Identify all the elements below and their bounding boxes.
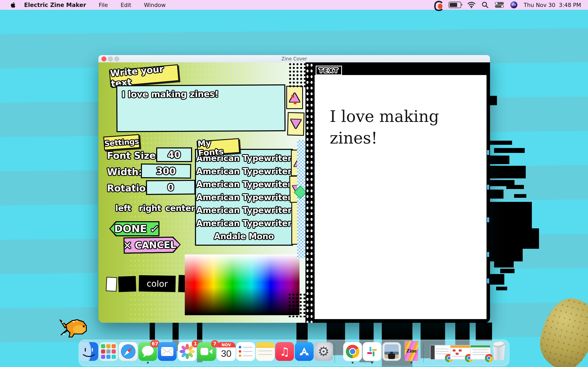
cancel-button[interactable]: ✕ CANCEL bbox=[123, 236, 181, 254]
font-list-item[interactable]: American Typewriter bbox=[196, 218, 292, 228]
zine-maker-status-icon[interactable] bbox=[434, 1, 442, 9]
dither-checker-pattern bbox=[297, 140, 306, 258]
window-content: Write your text I love making zines! Set… bbox=[98, 62, 490, 323]
align-left-button[interactable]: left bbox=[115, 203, 131, 213]
text-scroll-up-button[interactable] bbox=[286, 86, 303, 109]
window-title-bar[interactable]: Zine Cover bbox=[98, 55, 490, 62]
thumb-cell bbox=[453, 350, 456, 351]
width-input[interactable]: 300 bbox=[141, 164, 191, 179]
text-scroll-down-button[interactable] bbox=[287, 112, 305, 136]
dock-calendar-icon[interactable]: NOV 30 bbox=[217, 342, 236, 361]
rotation-value[interactable]: 0 bbox=[167, 182, 174, 193]
running-indicator bbox=[352, 362, 354, 364]
text-input-value[interactable]: I love making zines! bbox=[122, 89, 219, 100]
dock-art-app-icon[interactable] bbox=[382, 342, 401, 361]
launchpad-tile bbox=[106, 355, 111, 359]
blue-pixel bbox=[487, 217, 489, 222]
minimized-window-sheets[interactable] bbox=[450, 345, 471, 360]
minimized-window-docs[interactable] bbox=[430, 345, 450, 360]
color-button[interactable]: color bbox=[139, 275, 176, 292]
menu-clock[interactable]: Thu Nov 30 3:48 PM bbox=[524, 2, 581, 8]
preview-text-line1: I love making bbox=[330, 106, 439, 127]
blue-pixel bbox=[487, 185, 489, 190]
font-list: American Typewriter American Typewriter … bbox=[195, 149, 293, 246]
thumb-line bbox=[436, 349, 449, 349]
dock-chrome-icon[interactable] bbox=[343, 342, 362, 361]
siri-icon[interactable] bbox=[510, 1, 518, 8]
dock-appstore-icon[interactable] bbox=[295, 342, 314, 361]
dock-zine-maker-icon[interactable]: Zine bbox=[405, 341, 418, 361]
color-swatch-white[interactable] bbox=[106, 277, 117, 292]
font-list-item[interactable]: American Typewriter bbox=[196, 206, 292, 215]
dock-safari-icon[interactable] bbox=[119, 342, 138, 361]
preview-text: I love making zines! bbox=[330, 106, 439, 149]
zine-dot-icon bbox=[438, 4, 442, 9]
align-right-button[interactable]: right bbox=[139, 203, 161, 213]
menu-edit[interactable]: Edit bbox=[121, 2, 131, 8]
cancel-button-face: ✕ CANCEL bbox=[124, 238, 180, 253]
done-button-face: DONE ✓ bbox=[110, 222, 158, 235]
desktop: Electric Zine Maker File Edit Window bbox=[0, 0, 588, 367]
font-list-item[interactable]: American Typewriter bbox=[196, 180, 292, 189]
done-button[interactable]: DONE ✓ bbox=[109, 221, 159, 236]
color-picker-gradient[interactable] bbox=[185, 254, 300, 315]
launchpad-tile bbox=[101, 350, 105, 354]
menu-app-name[interactable]: Electric Zine Maker bbox=[24, 2, 86, 8]
dock-messages-icon[interactable]: 67 bbox=[138, 342, 157, 361]
font-size-input[interactable]: 40 bbox=[156, 147, 192, 162]
text-input-area[interactable]: I love making zines! bbox=[116, 84, 285, 132]
launchpad-tile bbox=[106, 350, 111, 354]
preview-panel: TEXT I love making zines! bbox=[314, 62, 490, 323]
dock-reminders-icon[interactable] bbox=[236, 342, 255, 361]
dock-photos-icon[interactable]: 1 bbox=[178, 342, 197, 361]
thumb-line bbox=[436, 351, 449, 352]
wifi-icon[interactable] bbox=[467, 2, 476, 8]
minimized-window-gmail[interactable] bbox=[470, 345, 491, 360]
dock-mail-icon[interactable] bbox=[158, 342, 177, 361]
font-list-item[interactable]: American Typewriter bbox=[196, 167, 292, 176]
menu-file[interactable]: File bbox=[99, 2, 108, 8]
dock-finder-icon[interactable] bbox=[79, 342, 98, 361]
font-size-value[interactable]: 40 bbox=[168, 149, 181, 160]
align-center-button[interactable]: center bbox=[165, 203, 195, 213]
font-list-item[interactable]: American Typewriter bbox=[196, 193, 292, 202]
dock-facetime-icon[interactable]: 7 bbox=[197, 342, 216, 361]
menu-window[interactable]: Window bbox=[144, 2, 165, 8]
blue-pixel bbox=[487, 278, 489, 284]
thumb-line bbox=[473, 352, 489, 352]
zine-icon-label: Zine bbox=[406, 348, 417, 354]
dock-music-icon[interactable]: ♫ bbox=[275, 342, 294, 361]
launchpad-tile bbox=[112, 355, 116, 359]
dock-slack-icon[interactable] bbox=[363, 342, 381, 361]
dock-launchpad-icon[interactable] bbox=[99, 342, 118, 361]
goldfish-pixel-art bbox=[59, 316, 89, 340]
width-value[interactable]: 300 bbox=[156, 166, 176, 177]
dock-settings-icon[interactable]: ⚙ bbox=[314, 342, 333, 361]
zine-page-preview[interactable]: I love making zines! bbox=[315, 75, 486, 319]
reminder-row bbox=[239, 349, 252, 354]
notes-line bbox=[258, 354, 272, 355]
music-note-icon: ♫ bbox=[279, 345, 290, 358]
running-indicator bbox=[371, 362, 373, 364]
notes-line bbox=[258, 350, 272, 351]
rotation-input[interactable]: 0 bbox=[146, 180, 196, 195]
up-triangle-icon bbox=[290, 93, 300, 102]
dock-trash-icon[interactable] bbox=[491, 342, 507, 360]
dock-notes-icon[interactable] bbox=[256, 342, 275, 361]
battery-icon[interactable] bbox=[449, 2, 461, 8]
halftone-divider-bar bbox=[305, 62, 314, 323]
thumb-cell bbox=[456, 353, 458, 355]
spotlight-search-icon[interactable] bbox=[482, 1, 489, 8]
color-button-label: color bbox=[147, 278, 168, 289]
window-title: Zine Cover bbox=[98, 55, 490, 62]
font-list-item[interactable]: Andale Mono bbox=[214, 232, 274, 241]
launchpad-tile bbox=[112, 344, 116, 348]
apple-menu-icon[interactable] bbox=[10, 1, 16, 8]
down-triangle-icon bbox=[291, 119, 301, 128]
reminder-row bbox=[239, 345, 252, 349]
thumb-cell bbox=[459, 350, 462, 351]
control-center-icon[interactable] bbox=[495, 2, 504, 8]
color-swatch-black[interactable] bbox=[118, 276, 136, 292]
chrome-logo-icon bbox=[346, 345, 359, 358]
font-size-label: Font Size: bbox=[107, 150, 159, 161]
